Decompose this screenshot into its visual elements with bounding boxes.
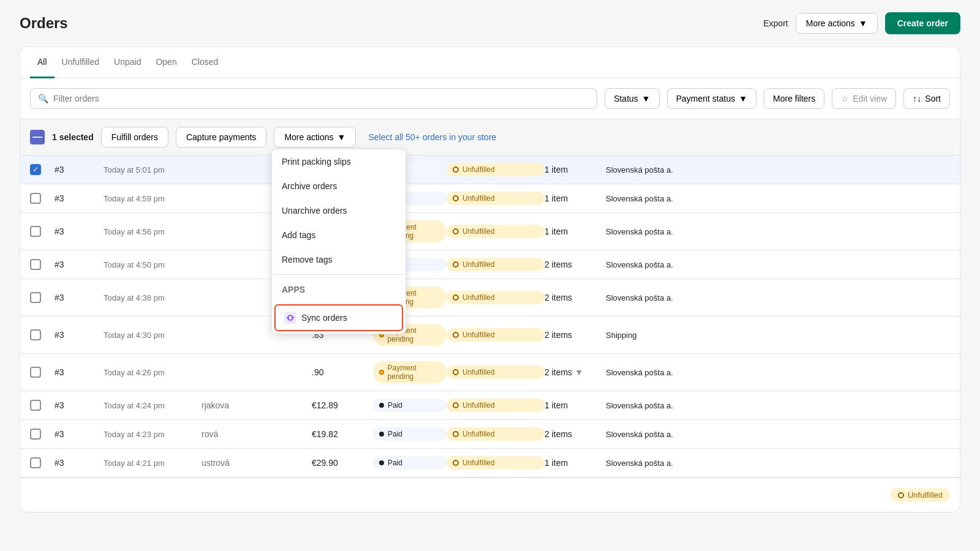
page-header: Orders Export More actions ▼ Create orde… bbox=[20, 12, 960, 34]
table-row[interactable]: #3 Today at 4:50 pm .82 Paid Unfulfilled… bbox=[20, 250, 960, 279]
items-count: 1 item bbox=[545, 193, 606, 203]
order-number: #3 bbox=[55, 458, 104, 468]
row-checkbox[interactable] bbox=[30, 367, 41, 378]
items-count: 1 item bbox=[545, 400, 606, 410]
order-number: #3 bbox=[55, 429, 104, 439]
dropdown-item-sync[interactable]: Sync orders bbox=[274, 304, 403, 331]
order-date: Today at 4:50 pm bbox=[104, 260, 202, 269]
more-actions-button[interactable]: More actions ▼ bbox=[796, 13, 878, 34]
order-amount: €29.90 bbox=[312, 458, 373, 468]
fulfillment-badge: Unfulfilled bbox=[447, 192, 545, 205]
order-number: #3 bbox=[55, 193, 104, 203]
dropdown-item-apps: APPS bbox=[272, 277, 405, 302]
payment-badge: Paid bbox=[373, 399, 447, 412]
edit-view-button[interactable]: ☆ Edit view bbox=[832, 88, 896, 109]
star-icon: ☆ bbox=[841, 94, 849, 103]
order-date: Today at 4:38 pm bbox=[104, 293, 202, 302]
order-date: Today at 5:01 pm bbox=[104, 165, 202, 174]
dropdown-item-archive[interactable]: Archive orders bbox=[272, 174, 405, 198]
shipping-method: Slovenská pošta a. bbox=[606, 401, 950, 410]
table-row[interactable]: #3 Today at 4:24 pm rjakova €12.89 Paid … bbox=[20, 391, 960, 420]
table-row[interactable]: #3 Today at 4:30 pm .83 Payment pending … bbox=[20, 317, 960, 354]
fulfillment-badge: Unfulfilled bbox=[447, 163, 545, 176]
page-title: Orders bbox=[20, 15, 68, 32]
table-row[interactable]: #3 Today at 4:23 pm rová €19.82 Paid Unf… bbox=[20, 420, 960, 449]
selection-bar: — 1 selected Fulfill orders Capture paym… bbox=[20, 119, 960, 156]
row-checkbox[interactable] bbox=[30, 400, 41, 411]
row-checkbox[interactable] bbox=[30, 292, 41, 303]
search-input[interactable] bbox=[53, 94, 589, 103]
table-row[interactable]: #3 Today at 4:38 pm .79 Payment pending … bbox=[20, 279, 960, 317]
shipping-method: Slovenská pošta a. bbox=[606, 194, 950, 203]
chevron-down-icon: ▼ bbox=[739, 94, 747, 103]
table-row[interactable]: #3 Today at 4:56 pm .51 Payment pending … bbox=[20, 213, 960, 250]
select-all-link[interactable]: Select all 50+ orders in your store bbox=[368, 132, 496, 142]
dropdown-scroll: Print packing slips Archive orders Unarc… bbox=[272, 149, 405, 334]
fulfillment-badge: Unfulfilled bbox=[447, 365, 545, 379]
fulfillment-badge: Unfulfilled bbox=[447, 258, 545, 271]
customer-name: rová bbox=[202, 429, 312, 439]
order-number: #3 bbox=[55, 400, 104, 410]
payment-badge: Paid bbox=[373, 456, 447, 470]
order-number: #3 bbox=[55, 367, 104, 377]
unfulfilled-circle bbox=[898, 492, 904, 498]
chevron-down-icon: ▼ bbox=[642, 94, 650, 103]
chevron-down-icon: ▼ bbox=[859, 18, 867, 28]
row-checkbox[interactable] bbox=[30, 329, 41, 340]
footer-bar: Unfulfilled bbox=[20, 478, 960, 512]
shipping-method: Slovenská pošta a. bbox=[606, 368, 950, 377]
tab-unpaid[interactable]: Unpaid bbox=[107, 47, 148, 78]
dropdown-item-unarchive[interactable]: Unarchive orders bbox=[272, 198, 405, 223]
table-row[interactable]: #3 Today at 4:21 pm ustrová €29.90 Paid … bbox=[20, 449, 960, 478]
deselect-button[interactable]: — bbox=[30, 130, 45, 144]
row-checkbox[interactable] bbox=[30, 226, 41, 237]
sort-button[interactable]: ↑↓ Sort bbox=[903, 88, 950, 109]
row-checkbox[interactable] bbox=[30, 193, 41, 204]
dropdown-item-print[interactable]: Print packing slips bbox=[272, 149, 405, 174]
row-checkbox[interactable] bbox=[30, 164, 41, 175]
header-actions: Export More actions ▼ Create order bbox=[763, 12, 960, 34]
page-wrapper: Orders Export More actions ▼ Create orde… bbox=[0, 0, 980, 525]
more-actions-dropdown: Print packing slips Archive orders Unarc… bbox=[271, 149, 406, 334]
chevron-down-icon: ▼ bbox=[337, 132, 346, 142]
export-button[interactable]: Export bbox=[763, 18, 788, 28]
status-filter-button[interactable]: Status ▼ bbox=[605, 88, 660, 109]
shipping-method: Slovenská pošta a. bbox=[606, 165, 950, 174]
orders-table: #3 Today at 5:01 pm .90 Paid Unfulfilled… bbox=[20, 156, 960, 478]
dropdown-item-add-tags[interactable]: Add tags bbox=[272, 223, 405, 247]
tab-open[interactable]: Open bbox=[148, 47, 184, 78]
fulfillment-badge: Unfulfilled bbox=[447, 225, 545, 238]
table-row[interactable]: #3 Today at 5:01 pm .90 Paid Unfulfilled… bbox=[20, 156, 960, 184]
table-row[interactable]: #3 Today at 4:59 pm .89 Paid Unfulfilled… bbox=[20, 184, 960, 213]
payment-badge: Payment pending bbox=[373, 361, 447, 383]
fulfillment-badge: Unfulfilled bbox=[447, 399, 545, 412]
items-dropdown-arrow[interactable]: ▼ bbox=[575, 367, 583, 377]
tab-unfulfilled[interactable]: Unfulfilled bbox=[55, 47, 107, 78]
order-date: Today at 4:26 pm bbox=[104, 368, 202, 377]
more-filters-button[interactable]: More filters bbox=[764, 88, 824, 109]
order-amount: €19.82 bbox=[312, 429, 373, 439]
row-checkbox[interactable] bbox=[30, 429, 41, 440]
order-date: Today at 4:21 pm bbox=[104, 459, 202, 468]
capture-payments-button[interactable]: Capture payments bbox=[176, 127, 266, 148]
order-number: #3 bbox=[55, 227, 104, 236]
row-checkbox[interactable] bbox=[30, 259, 41, 270]
create-order-button[interactable]: Create order bbox=[885, 12, 960, 34]
shipping-method: Shipping bbox=[606, 331, 950, 340]
tab-all[interactable]: All bbox=[30, 47, 55, 78]
order-number: #3 bbox=[55, 165, 104, 174]
order-date: Today at 4:23 pm bbox=[104, 430, 202, 439]
payment-status-filter-button[interactable]: Payment status ▼ bbox=[667, 88, 756, 109]
items-count: 2 items bbox=[545, 260, 606, 269]
tab-closed[interactable]: Closed bbox=[184, 47, 226, 78]
table-row[interactable]: #3 Today at 4:26 pm .90 Payment pending … bbox=[20, 354, 960, 391]
row-checkbox[interactable] bbox=[30, 457, 41, 468]
order-number: #3 bbox=[55, 260, 104, 269]
dropdown-item-remove-tags[interactable]: Remove tags bbox=[272, 247, 405, 272]
shipping-method: Slovenská pošta a. bbox=[606, 293, 950, 302]
tabs-bar: All Unfulfilled Unpaid Open Closed bbox=[20, 47, 960, 78]
shipping-method: Slovenská pošta a. bbox=[606, 430, 950, 439]
main-card: All Unfulfilled Unpaid Open Closed 🔍 Sta… bbox=[20, 47, 960, 512]
fulfill-orders-button[interactable]: Fulfill orders bbox=[101, 127, 168, 148]
selection-more-actions-button[interactable]: More actions ▼ bbox=[274, 127, 356, 148]
